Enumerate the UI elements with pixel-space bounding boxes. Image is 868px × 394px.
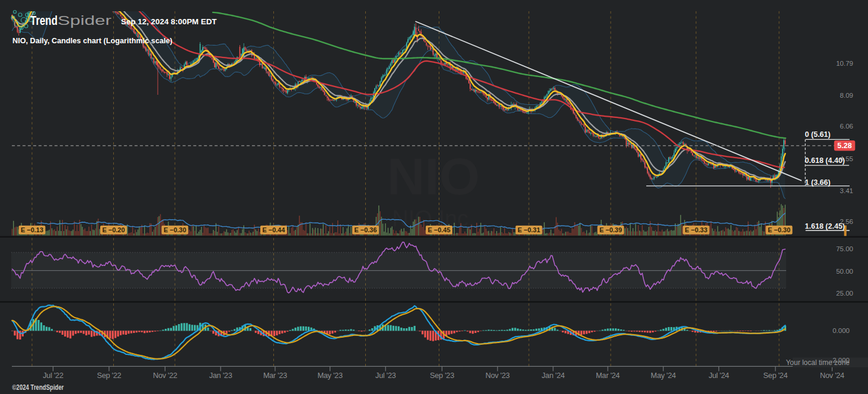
svg-text:50.00: 50.00 (836, 268, 853, 275)
svg-text:8.09: 8.09 (840, 92, 853, 99)
svg-text:Jan '23: Jan '23 (209, 371, 232, 380)
svg-text:Sep '22: Sep '22 (97, 371, 121, 380)
svg-text:©2024 TrendSpider: ©2024 TrendSpider (12, 383, 64, 392)
svg-text:1.618 (2.45): 1.618 (2.45) (805, 222, 845, 230)
svg-text:Jul '22: Jul '22 (43, 371, 63, 380)
svg-text:Mar '23: Mar '23 (263, 371, 287, 380)
svg-text:May '24: May '24 (651, 371, 676, 380)
svg-text:E −0.45: E −0.45 (427, 226, 450, 233)
svg-text:NIO: NIO (387, 147, 480, 206)
svg-text:E −0.20: E −0.20 (102, 226, 125, 233)
svg-text:Jan '24: Jan '24 (542, 371, 565, 380)
svg-text:Sep 12, 2024 8:00PM EDT: Sep 12, 2024 8:00PM EDT (121, 17, 217, 26)
svg-text:May '23: May '23 (317, 371, 342, 380)
svg-text:Jul '24: Jul '24 (709, 371, 729, 380)
svg-text:6.06: 6.06 (840, 123, 853, 130)
svg-text:E −0.31: E −0.31 (518, 226, 540, 233)
svg-text:75.00: 75.00 (836, 245, 853, 252)
svg-text:E −0.30: E −0.30 (768, 226, 790, 233)
svg-text:Jul '23: Jul '23 (375, 371, 396, 380)
svg-text:E −0.13: E −0.13 (21, 226, 43, 233)
svg-text:E −0.36: E −0.36 (354, 226, 376, 233)
svg-text:-2.000: -2.000 (830, 357, 850, 364)
svg-text:0 (5.61): 0 (5.61) (805, 130, 831, 139)
svg-text:3.41: 3.41 (840, 187, 853, 194)
svg-text:E −0.44: E −0.44 (262, 226, 285, 233)
svg-text:Sep '24: Sep '24 (763, 371, 787, 380)
svg-text:Mar '24: Mar '24 (596, 371, 620, 380)
svg-text:Nov '23: Nov '23 (486, 371, 510, 380)
svg-text:0.000: 0.000 (832, 327, 850, 334)
svg-text:10.79: 10.79 (836, 60, 853, 67)
svg-text:E −0.30: E −0.30 (164, 226, 186, 233)
svg-text:Trend: Trend (30, 14, 58, 28)
svg-text:5.28: 5.28 (837, 142, 851, 150)
svg-text:Sep '23: Sep '23 (430, 371, 454, 380)
svg-text:E −0.33: E −0.33 (685, 226, 707, 233)
svg-text:E −0.39: E −0.39 (599, 226, 622, 233)
svg-text:Nov '24: Nov '24 (820, 371, 844, 380)
svg-text:25.00: 25.00 (836, 290, 853, 297)
svg-text:1 (3.66): 1 (3.66) (805, 178, 831, 187)
svg-text:Spider: Spider (58, 14, 111, 28)
svg-text:NIO, Daily, Candles chart (Log: NIO, Daily, Candles chart (Logarithmic s… (12, 37, 173, 45)
svg-text:Nov '22: Nov '22 (153, 371, 177, 380)
svg-text:0.618 (4.40): 0.618 (4.40) (805, 156, 845, 165)
